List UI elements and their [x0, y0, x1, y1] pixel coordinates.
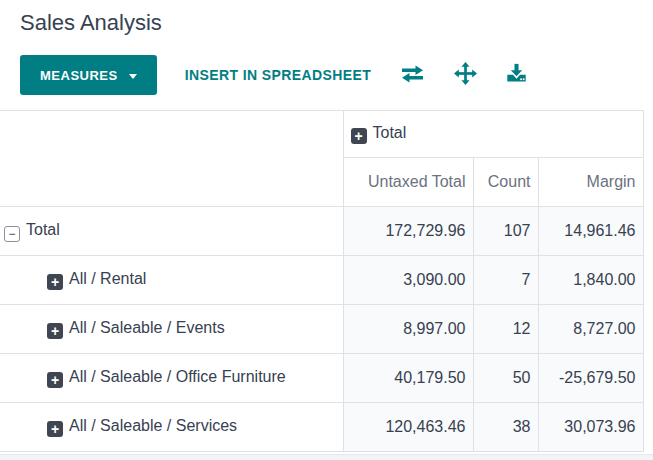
row-header-cell[interactable]: All / Saleable / Services — [0, 403, 343, 452]
row-header-cell[interactable]: All / Rental — [0, 256, 343, 305]
value-cell: 14,961.46 — [538, 207, 643, 256]
row-label: All / Saleable / Events — [69, 319, 225, 336]
flip-axis-icon — [400, 65, 425, 86]
collapse-icon[interactable] — [4, 226, 20, 242]
pivot-row: All / Saleable / Office Furniture40,179.… — [0, 354, 643, 403]
pivot-table: Total Untaxed TotalCountMargin Total172,… — [0, 110, 644, 452]
value-cell: 172,729.96 — [343, 207, 473, 256]
value-cell: 120,463.46 — [343, 403, 473, 452]
row-label: All / Rental — [69, 270, 146, 287]
value-cell: 8,727.00 — [538, 305, 643, 354]
row-label: Total — [26, 221, 60, 238]
value-cell: 38 — [473, 403, 538, 452]
value-cell: 8,997.00 — [343, 305, 473, 354]
value-cell: 12 — [473, 305, 538, 354]
measures-button-label: MEASURES — [40, 68, 118, 83]
value-cell: 30,073.96 — [538, 403, 643, 452]
download-button[interactable] — [506, 63, 527, 87]
insert-in-spreadsheet-button[interactable]: INSERT IN SPREADSHEET — [185, 67, 372, 83]
pivot-row: All / Saleable / Events8,997.00128,727.0… — [0, 305, 643, 354]
download-icon — [506, 63, 527, 87]
value-cell: -25,679.50 — [538, 354, 643, 403]
row-header-cell[interactable]: Total — [0, 207, 343, 256]
column-group-label: Total — [373, 124, 407, 141]
measure-header-count[interactable]: Count — [473, 158, 538, 207]
row-label: All / Saleable / Office Furniture — [69, 368, 286, 385]
expand-icon[interactable] — [47, 421, 63, 437]
expand-icon[interactable] — [47, 372, 63, 388]
column-group-header-row: Total — [0, 111, 643, 158]
measure-header-margin[interactable]: Margin — [538, 158, 643, 207]
row-label: All / Saleable / Services — [69, 417, 237, 434]
pivot-row: Total172,729.9610714,961.46 — [0, 207, 643, 256]
value-cell: 3,090.00 — [343, 256, 473, 305]
value-cell: 1,840.00 — [538, 256, 643, 305]
measure-header-untaxed-total[interactable]: Untaxed Total — [343, 158, 473, 207]
column-group-header-total[interactable]: Total — [343, 111, 643, 158]
expand-icon[interactable] — [47, 323, 63, 339]
corner-cell — [0, 111, 343, 207]
chevron-down-icon — [129, 74, 137, 79]
pivot-footer-row-partial — [0, 454, 653, 460]
expand-icon[interactable] — [351, 128, 367, 144]
value-cell: 7 — [473, 256, 538, 305]
value-cell: 50 — [473, 354, 538, 403]
row-header-cell[interactable]: All / Saleable / Events — [0, 305, 343, 354]
page-title: Sales Analysis — [20, 8, 653, 38]
pivot-row: All / Saleable / Services120,463.463830,… — [0, 403, 643, 452]
flip-axis-button[interactable] — [400, 65, 425, 86]
value-cell: 107 — [473, 207, 538, 256]
measures-button[interactable]: MEASURES — [20, 55, 157, 95]
expand-all-icon — [454, 62, 477, 88]
row-header-cell[interactable]: All / Saleable / Office Furniture — [0, 354, 343, 403]
pivot-toolbar: MEASURES INSERT IN SPREADSHEET — [20, 55, 653, 95]
pivot-body: Total172,729.9610714,961.46All / Rental3… — [0, 207, 643, 452]
value-cell: 40,179.50 — [343, 354, 473, 403]
expand-all-button[interactable] — [454, 62, 477, 88]
expand-icon[interactable] — [47, 274, 63, 290]
pivot-row: All / Rental3,090.0071,840.00 — [0, 256, 643, 305]
